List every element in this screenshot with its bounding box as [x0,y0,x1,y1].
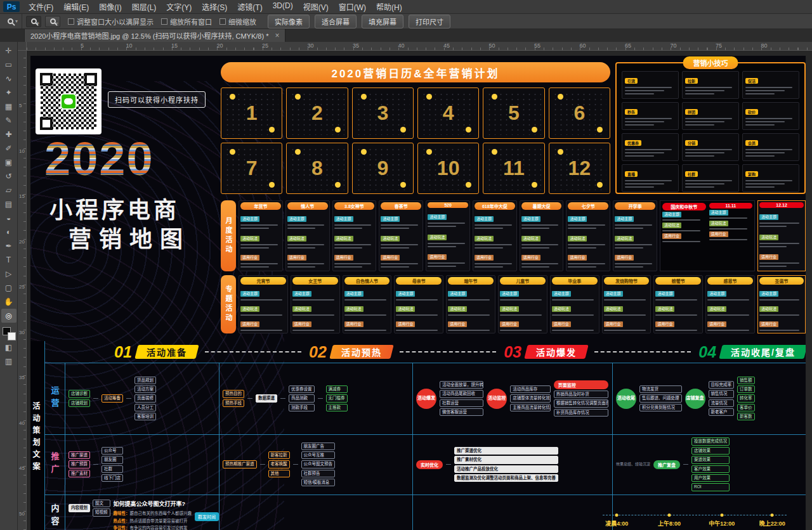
text-line [521,244,559,245]
clone-stamp-tool[interactable]: ▣ [1,155,16,169]
menu-item-6[interactable]: 滤镜(T) [232,0,267,13]
holiday-card: 情人节活动主题活动玩法适用行业 [285,200,330,271]
menu-item-3[interactable]: 图层(L) [127,0,162,13]
section-chip: 适用行业 [552,321,571,327]
gradient-tool[interactable]: ▤ [1,197,16,211]
heal-tool[interactable]: ✚ [1,127,16,141]
options-button-1[interactable]: 适合屏幕 [315,15,357,29]
history-brush-tool[interactable]: ↺ [1,169,16,183]
text-line [292,299,334,301]
text-line [685,93,714,94]
map-node: 活动商品库存 [510,385,551,393]
map-node: 线下门店 [102,474,123,482]
map-node: 转化率 [737,394,755,402]
menu-item-7[interactable]: 3D(D) [268,0,298,13]
menu-item-10[interactable]: 帮助(H) [371,0,407,13]
text-line [287,247,316,249]
marquee-tool[interactable]: ▭ [1,58,16,72]
zoom-out-button[interactable]: − [45,16,60,27]
text-line [381,244,418,245]
menu-item-1[interactable]: 编辑(E) [58,0,94,13]
background-color-swatch[interactable] [8,332,16,340]
phase-connector-dashes [205,351,301,352]
festival-dot [558,94,563,100]
text-line [428,266,456,267]
checkbox-box-icon[interactable] [161,18,167,25]
map-pill: 页面监控 [554,380,608,389]
holiday-name: 元宵节 [240,277,286,285]
menu-item-2[interactable]: 图像(I) [94,0,126,13]
holiday-name: 情人节 [287,202,328,210]
tab-close-icon[interactable]: × [275,31,279,40]
option-checkbox-2[interactable]: 细微缩放 [219,16,256,27]
map-node: 新客数 [737,413,755,420]
text-line [500,314,542,316]
quick-mask-toggle[interactable]: ◧ [1,340,16,354]
holiday-section: 适用行业 [448,316,494,332]
tip-tag: 秒杀 [625,109,638,115]
map-node-group: 目标完成率销售情况流量情况新老客户 [709,381,735,417]
screen-mode-toggle[interactable]: ▥ [1,354,16,368]
zoom-tool-preset[interactable]: ▾ [4,14,22,29]
dodge-tool[interactable]: ◐ [1,225,16,239]
ruler-mark: 35 [353,42,359,49]
connector-line [93,464,98,465]
path-select-tool[interactable]: ▷ [1,267,16,281]
pen-tool[interactable]: ✒ [1,239,16,253]
content-bullet: 争议性：有争议的内容容易引发讨论转发 [114,524,192,530]
map-node: 推广渠道优化 [454,447,558,455]
crop-tool[interactable]: ▦ [1,100,16,113]
chevron-down-icon: ▾ [15,18,18,24]
document-tab[interactable]: 2020小程序电商营销地图.jpg @ 12.5% (扫码可以获得小程序扶持, … [24,29,285,42]
text-line [568,247,596,249]
phase-03: 03活动爆发 [504,343,587,361]
eraser-tool[interactable]: ▱ [1,183,16,197]
menu-item-4[interactable]: 文字(Y) [161,0,197,13]
menu-item-9[interactable]: 窗口(W) [334,0,371,13]
map-node-group: 物流发货售后跟进、问题处理积分兑换到账情况 [639,385,682,411]
checkbox-box-icon[interactable] [219,18,226,25]
blur-tool[interactable]: ◒ [1,211,16,225]
section-chip: 适用行业 [475,255,494,261]
zoom-tool[interactable]: ◎ [1,309,16,323]
holiday-name: 12.12 [759,202,804,208]
options-button-2[interactable]: 填充屏幕 [362,15,403,29]
map-node: 根据销售转化情况调整页面商品 [554,399,608,407]
color-swatches[interactable] [2,326,16,340]
holiday-card: 年货节活动主题活动玩法适用行业 [239,200,283,271]
move-tool[interactable]: ✛ [1,44,16,58]
holiday-name: 白色情人节 [344,277,390,285]
checkbox-box-icon[interactable] [68,18,74,25]
document-canvas[interactable]: 扫码可以获得小程序扶持 2020 小程序电商 营销地图 2020营销日历&全年营… [27,51,812,530]
map-node: 主推款 [326,404,348,411]
quick-select-tool[interactable]: ✦ [1,86,16,100]
map-node-group: 朋友圈广告公众号互推公众号图文预告社群预告短信/模板消息 [301,443,336,487]
text-line [685,90,724,91]
option-checkbox-1[interactable]: 缩放所有窗口 [161,16,212,27]
menu-item-8[interactable]: 视图(V) [298,0,334,13]
options-button-0[interactable]: 实际像素 [268,15,310,29]
type-tool[interactable]: T [1,253,16,267]
menu-item-5[interactable]: 选择(S) [197,0,232,13]
zoom-in-button[interactable]: + [26,16,41,27]
menu-item-0[interactable]: 文件(F) [23,0,58,13]
eyedropper-tool[interactable]: ✎ [1,113,16,127]
option-checkbox-0[interactable]: 调整窗口大小以满屏显示 [68,16,154,27]
phase-banner: 活动爆发 [524,345,588,359]
map-node: 公众号图文预告 [301,460,336,468]
options-button-3[interactable]: 打印尺寸 [409,15,450,29]
section-chip: 活动玩法 [759,235,778,240]
lasso-tool[interactable]: ∿ [1,72,16,86]
text-line [381,247,409,249]
shape-tool[interactable]: ▢ [1,281,16,295]
tips-panel-title: 营销小技巧 [683,56,738,69]
text-line [287,266,316,268]
festival-badge: 11.11 [709,203,753,209]
hand-tool[interactable]: ✋ [1,295,16,309]
text-line [625,186,654,188]
section-chip: 活动玩法 [568,236,587,242]
cell-operations-phase4: 活动收尾物流发货售后跟进、问题处理积分兑换到账情况店铺复盘目标完成率销售情况流量… [612,364,806,433]
ruler-mark: 55 [534,42,540,49]
holiday-section: 适用行业 [759,316,804,332]
brush-tool[interactable]: ✐ [1,141,16,155]
